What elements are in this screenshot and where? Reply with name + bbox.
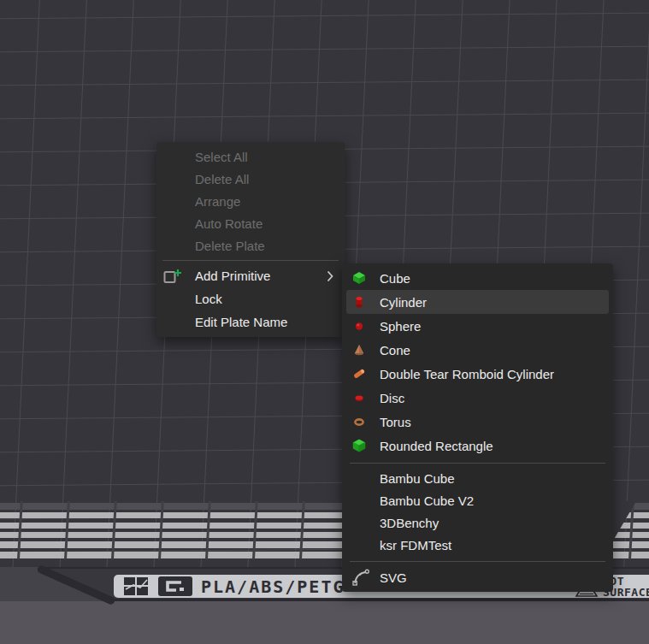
submenu-item-label: ksr FDMTest xyxy=(380,538,451,552)
menu-item-add-primitive[interactable]: Add Primitive xyxy=(156,264,345,287)
outside-floor xyxy=(0,600,649,644)
menu-item-label: Select All xyxy=(195,150,248,164)
menu-item-label: Add Primitive xyxy=(195,269,270,283)
svg-bezier-icon xyxy=(352,569,369,586)
menu-item-label: Lock xyxy=(195,292,222,306)
submenu-item-label: Torus xyxy=(380,415,411,429)
submenu-item-label: Cylinder xyxy=(380,295,427,310)
menu-item-auto-rotate: Auto Rotate xyxy=(156,212,345,234)
sphere-icon xyxy=(352,319,366,333)
submenu-item-label: Bambu Cube V2 xyxy=(380,493,474,508)
slicer-viewport: PLA/ABS/PETG HOT SURFACE Select All Dele… xyxy=(0,0,649,644)
romboid-cylinder-icon xyxy=(352,367,366,381)
menu-item-delete-all: Delete All xyxy=(156,168,345,190)
window-panes-icon xyxy=(124,577,150,595)
submenu-item-label: Double Tear Romboid Cylinder xyxy=(380,367,554,381)
menu-item-label: Delete Plate xyxy=(195,239,265,253)
submenu-item-label: Cube xyxy=(380,271,410,286)
submenu-item-torus[interactable]: Torus xyxy=(342,410,613,434)
menu-item-label: Delete All xyxy=(195,172,249,186)
submenu-item-bambu-cube-v2[interactable]: Bambu Cube V2 xyxy=(342,489,613,511)
menu-item-label: Edit Plate Name xyxy=(195,315,287,329)
menu-item-edit-plate-name[interactable]: Edit Plate Name xyxy=(156,310,345,334)
menu-item-label: Arrange xyxy=(195,194,240,209)
rounded-rectangle-icon xyxy=(352,439,366,452)
menu-item-select-all: Select All xyxy=(156,145,345,168)
submenu-item-3dbenchy[interactable]: 3DBenchy xyxy=(342,511,613,534)
submenu-item-bambu-cube[interactable]: Bambu Cube xyxy=(342,467,613,489)
submenu-item-cube[interactable]: Cube xyxy=(342,266,613,290)
menu-item-label: Auto Rotate xyxy=(195,216,263,231)
menu-separator xyxy=(162,260,339,261)
menu-item-lock[interactable]: Lock xyxy=(156,287,345,310)
cube-icon xyxy=(352,271,366,285)
menu-item-arrange: Arrange xyxy=(156,190,345,212)
submenu-item-disc[interactable]: Disc xyxy=(342,386,613,410)
cone-icon xyxy=(352,343,366,357)
submenu-item-label: Rounded Rectangle xyxy=(380,439,493,453)
disc-icon xyxy=(352,391,366,405)
submenu-item-sphere[interactable]: Sphere xyxy=(342,314,613,338)
submenu-item-rounded-rectangle[interactable]: Rounded Rectangle xyxy=(342,434,613,458)
torus-icon xyxy=(352,415,366,428)
submenu-item-ksr-fdmtest[interactable]: ksr FDMTest xyxy=(342,534,613,556)
submenu-item-cone[interactable]: Cone xyxy=(342,338,613,362)
submenu-item-double-tear-romboid-cylinder[interactable]: Double Tear Romboid Cylinder xyxy=(342,362,613,386)
submenu-item-svg[interactable]: SVG xyxy=(342,565,613,589)
context-menu: Select All Delete All Arrange Auto Rotat… xyxy=(156,142,345,337)
plate-logo-icon xyxy=(158,576,192,596)
chevron-right-icon xyxy=(327,270,333,282)
submenu-item-label: SVG xyxy=(380,570,407,585)
plate-material-label: PLA/ABS/PETG xyxy=(201,577,345,597)
cylinder-icon xyxy=(352,295,366,309)
submenu-item-cylinder[interactable]: Cylinder xyxy=(346,290,609,314)
add-primitive-submenu: Cube Cylinder Sphere Cone xyxy=(342,263,613,592)
submenu-separator xyxy=(350,561,605,562)
submenu-item-label: Bambu Cube xyxy=(380,471,455,486)
submenu-item-label: 3DBenchy xyxy=(380,516,439,530)
add-primitive-icon xyxy=(163,269,182,284)
menu-item-delete-plate: Delete Plate xyxy=(156,234,345,257)
submenu-item-label: Disc xyxy=(380,391,404,405)
submenu-separator xyxy=(350,463,605,464)
submenu-item-label: Cone xyxy=(380,343,410,357)
submenu-item-label: Sphere xyxy=(380,319,421,334)
